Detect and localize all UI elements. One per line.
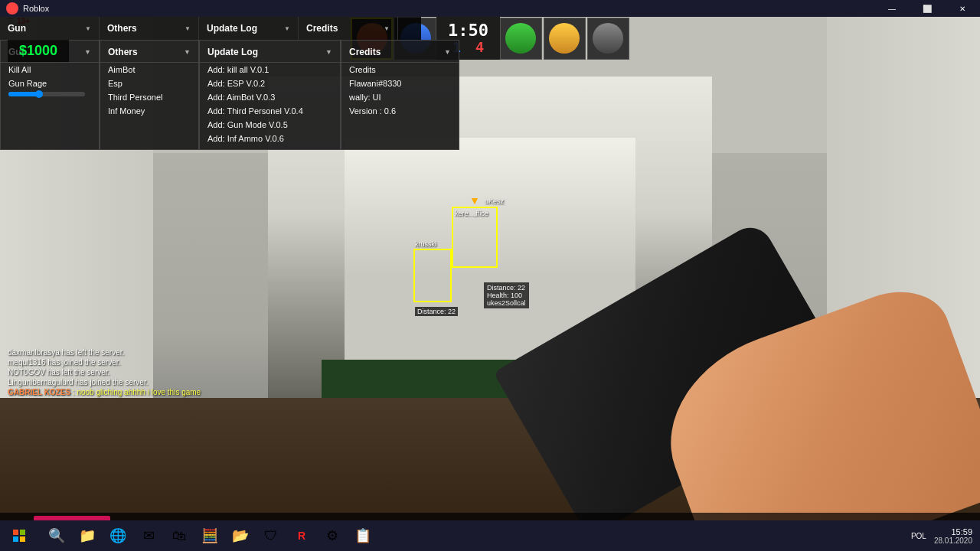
menu-bar: Gun ▼ Others ▼ Update Log ▼ Credits ▼ bbox=[0, 17, 421, 40]
svg-rect-1 bbox=[20, 530, 25, 535]
browser-icon[interactable]: 🌐 bbox=[103, 521, 132, 550]
update-item-4[interactable]: Add: Gun Mode V.0.5 bbox=[200, 118, 340, 132]
chat-msg-4: GABRIEL KOZES : noob gliching ahhhh i lo… bbox=[8, 388, 201, 396]
gun-slider[interactable] bbox=[8, 92, 85, 96]
update-item-1[interactable]: Add: ESP V.0.2 bbox=[200, 77, 340, 90]
team2-score: 4 bbox=[475, 40, 483, 56]
inf-money-item[interactable]: Inf Money bbox=[100, 104, 198, 118]
chat-log: daxmanlbrasya has left the server. mequl… bbox=[8, 348, 201, 398]
credits-menu[interactable]: Credits ▼ bbox=[299, 17, 398, 40]
chat-text-3: Lingunibernagulurd has joined the server… bbox=[8, 378, 148, 386]
gun-slider-container bbox=[1, 90, 99, 100]
close-button[interactable]: ✕ bbox=[945, 0, 980, 17]
third-personel-item[interactable]: Third Personel bbox=[100, 90, 198, 104]
svg-rect-0 bbox=[13, 530, 18, 535]
esp-player-info-2: Distance: 22 bbox=[415, 307, 458, 316]
esp-item[interactable]: Esp bbox=[100, 77, 198, 90]
avatar-face-5 bbox=[593, 23, 623, 54]
avatar-5 bbox=[587, 18, 629, 60]
window-title: Roblox bbox=[23, 4, 49, 13]
app2-icon[interactable]: 📋 bbox=[348, 521, 377, 550]
clock-time: 15:59 bbox=[934, 527, 972, 536]
chat-message-4: noob gliching ahhhh i love this game bbox=[77, 388, 201, 396]
gun-menu[interactable]: Gun ▼ bbox=[0, 17, 100, 40]
gun-rage-item[interactable]: Gun Rage bbox=[1, 77, 99, 90]
credits-wally-item: wally: UI bbox=[341, 90, 459, 104]
update-item-2[interactable]: Add: AimBot V.0.3 bbox=[200, 90, 340, 104]
esp-triangle-1: ▼ bbox=[469, 194, 480, 207]
lang-indicator: POL bbox=[911, 532, 926, 540]
gun-slider-thumb[interactable] bbox=[35, 90, 43, 98]
others-menu-label: Others bbox=[107, 23, 137, 34]
win-taskbar: 🔍 📁 🌐 ✉ 🛍 🧮 📂 🛡 R ⚙ 📋 POL 15:59 28.01.20… bbox=[0, 520, 980, 551]
steam-icon[interactable]: ⚙ bbox=[318, 521, 347, 550]
update-item-0[interactable]: Add: kill all V.0.1 bbox=[200, 63, 340, 77]
avatar-3 bbox=[500, 18, 542, 60]
esp-box-2: krusski Distance: 22 bbox=[413, 249, 452, 302]
mail-icon[interactable]: ✉ bbox=[134, 521, 163, 550]
file-explorer-icon[interactable]: 📁 bbox=[73, 521, 102, 550]
esp-player-name-1: uKesz bbox=[485, 197, 504, 205]
gun-menu-arrow: ▼ bbox=[85, 25, 91, 32]
update-log-menu-arrow: ▼ bbox=[284, 25, 290, 32]
app-icon bbox=[6, 2, 18, 15]
others-menu-arrow: ▼ bbox=[185, 25, 191, 32]
credits-author-item: Flawani#8330 bbox=[341, 77, 459, 90]
gun-toggle[interactable]: ▼ bbox=[84, 48, 91, 56]
avatar-4 bbox=[544, 18, 586, 60]
update-item-3[interactable]: Add: Third Personel V.0.4 bbox=[200, 104, 340, 118]
update-log-menu-label: Update Log bbox=[207, 23, 257, 34]
esp-box-1: ▼ uKesz kere...,ffice Distance: 22 Healt… bbox=[452, 207, 498, 268]
taskbar-clock: 15:59 28.01.2020 bbox=[934, 527, 972, 545]
update-log-panel: Update Log ▼ Add: kill all V.0.1 Add: ES… bbox=[199, 40, 341, 150]
kill-all-item[interactable]: Kill All bbox=[1, 63, 99, 77]
gun-menu-label: Gun bbox=[8, 23, 26, 34]
update-log-panel-title: Update Log ▼ bbox=[200, 44, 340, 63]
taskbar-right: POL 15:59 28.01.2020 bbox=[911, 527, 980, 545]
shield-icon[interactable]: 🛡 bbox=[256, 521, 286, 550]
roblox-icon[interactable]: R bbox=[287, 521, 316, 550]
chat-msg-3: Lingunibernagulurd has joined the server… bbox=[8, 378, 201, 386]
esp-player-info-1: Distance: 22 Health: 100 ukes2Sollcal bbox=[484, 282, 529, 308]
update-item-5[interactable]: Add: Inf Ammo V.0.6 bbox=[200, 132, 340, 145]
update-log-menu[interactable]: Update Log ▼ bbox=[199, 17, 299, 40]
others-menu[interactable]: Others ▼ bbox=[100, 17, 199, 40]
chat-text-0: daxmanlbrasya has left the server. bbox=[8, 348, 124, 357]
avatar-face-3 bbox=[505, 23, 536, 54]
credits-title-item: Credits bbox=[341, 63, 459, 77]
gun-slider-fill bbox=[8, 92, 39, 96]
credits-panel-title: Credits ▼ bbox=[341, 44, 459, 63]
esp-player-label-1: kere...,ffice bbox=[455, 210, 488, 217]
store-icon[interactable]: 🛍 bbox=[165, 521, 194, 550]
chat-msg-2: NOT0GOV has left the server. bbox=[8, 368, 201, 377]
gun-shape bbox=[444, 184, 980, 551]
search-taskbar-icon[interactable]: 🔍 bbox=[42, 521, 71, 550]
minimize-button[interactable]: — bbox=[874, 0, 910, 17]
chat-text-2: NOT0GOV has left the server. bbox=[8, 368, 109, 377]
money-display: $1000 bbox=[8, 40, 69, 62]
folder-icon[interactable]: 📂 bbox=[226, 521, 255, 550]
svg-rect-2 bbox=[13, 536, 18, 542]
credits-panel: Credits ▼ Credits Flawani#8330 wally: UI… bbox=[341, 40, 459, 150]
sys-tray: POL bbox=[911, 532, 926, 540]
credits-menu-arrow: ▼ bbox=[384, 25, 390, 32]
start-button[interactable] bbox=[0, 520, 38, 551]
update-toggle[interactable]: ▼ bbox=[325, 48, 332, 56]
credits-toggle[interactable]: ▼ bbox=[444, 48, 451, 56]
taskbar-icons: 🔍 📁 🌐 ✉ 🛍 🧮 📂 🛡 R ⚙ 📋 bbox=[38, 521, 911, 550]
chat-msg-0: daxmanlbrasya has left the server. bbox=[8, 348, 201, 357]
others-panel-title: Others ▼ bbox=[100, 44, 198, 63]
calculator-icon[interactable]: 🧮 bbox=[195, 521, 224, 550]
clock-date: 28.01.2020 bbox=[934, 536, 972, 545]
credits-menu-label: Credits bbox=[306, 23, 338, 34]
title-bar: Roblox — ⬜ ✕ bbox=[0, 0, 980, 17]
aimbot-item[interactable]: AimBot bbox=[100, 63, 198, 77]
svg-rect-3 bbox=[20, 536, 25, 542]
team2-avatars bbox=[500, 18, 629, 60]
esp-player-name-2: krusski bbox=[415, 240, 436, 248]
others-toggle[interactable]: ▼ bbox=[184, 48, 191, 56]
chat-text-1: mequl1316 has joined the server. bbox=[8, 358, 120, 367]
avatar-face-4 bbox=[549, 23, 580, 54]
maximize-button[interactable]: ⬜ bbox=[910, 0, 945, 17]
score-timer: 1:50 bbox=[448, 21, 488, 40]
